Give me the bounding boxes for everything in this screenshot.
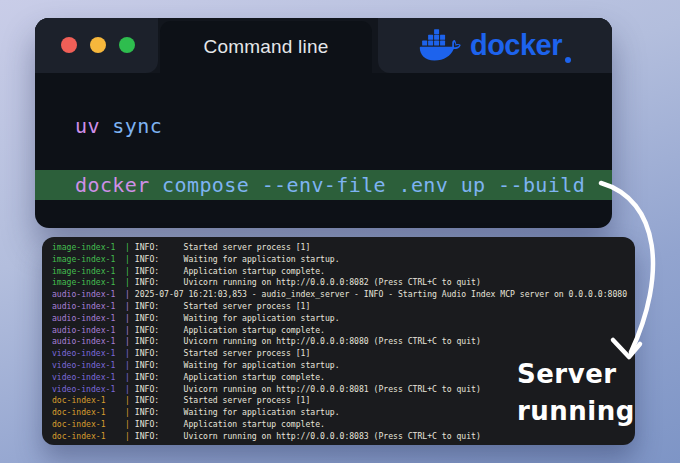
command-line: uv sync bbox=[35, 115, 612, 137]
tab-title: Command line bbox=[204, 36, 329, 58]
log-service-name: video-index-1 | bbox=[52, 384, 135, 394]
log-service-name: doc-index-1 | bbox=[52, 431, 135, 441]
log-line: audio-index-1 | INFO: Started server pro… bbox=[52, 301, 635, 313]
annotation-line: Server bbox=[517, 356, 637, 393]
log-message: INFO: Waiting for application startup. bbox=[135, 407, 340, 417]
log-message: INFO: Uvicorn running on http://0.0.0.0:… bbox=[135, 277, 481, 287]
minimize-button[interactable] bbox=[90, 37, 106, 53]
log-service-name: audio-index-1 | bbox=[52, 336, 135, 346]
log-message: INFO: Waiting for application startup. bbox=[135, 360, 340, 370]
log-line: audio-index-1 | 2025-07-07 16:21:03,853 … bbox=[52, 289, 635, 301]
log-service-name: audio-index-1 | bbox=[52, 325, 135, 335]
log-line: image-index-1 | INFO: Uvicorn running on… bbox=[52, 277, 635, 289]
terminal-body[interactable]: uv syncdocker compose --env-file .env up… bbox=[35, 73, 612, 228]
log-service-name: doc-index-1 | bbox=[52, 395, 135, 405]
docker-wordmark: docker bbox=[470, 29, 562, 62]
log-service-name: audio-index-1 | bbox=[52, 313, 135, 323]
log-message: INFO: Uvicorn running on http://0.0.0.0:… bbox=[135, 431, 481, 441]
log-service-name: doc-index-1 | bbox=[52, 407, 135, 417]
log-message: 2025-07-07 16:21:03,853 - audio_index_se… bbox=[135, 289, 627, 299]
log-message: INFO: Uvicorn running on http://0.0.0.0:… bbox=[135, 336, 481, 346]
log-service-name: audio-index-1 | bbox=[52, 289, 135, 299]
log-service-name: image-index-1 | bbox=[52, 266, 135, 276]
maximize-button[interactable] bbox=[119, 37, 135, 53]
log-service-name: audio-index-1 | bbox=[52, 301, 135, 311]
log-message: INFO: Waiting for application startup. bbox=[135, 313, 340, 323]
terminal-titlebar: Command line docker bbox=[35, 18, 612, 73]
titlebar-left-panel bbox=[35, 18, 158, 73]
log-service-name: image-index-1 | bbox=[52, 242, 135, 252]
docker-whale-icon bbox=[419, 29, 463, 63]
log-message: INFO: Uvicorn running on http://0.0.0.0:… bbox=[135, 384, 481, 394]
log-line: image-index-1 | INFO: Application startu… bbox=[52, 266, 635, 278]
log-message: INFO: Started server process [1] bbox=[135, 348, 310, 358]
docker-dot bbox=[565, 57, 571, 63]
log-service-name: image-index-1 | bbox=[52, 254, 135, 264]
log-service-name: doc-index-1 | bbox=[52, 419, 135, 429]
command-token: docker bbox=[75, 173, 150, 197]
log-message: INFO: Started server process [1] bbox=[135, 242, 310, 252]
log-message: INFO: Application startup complete. bbox=[135, 266, 325, 276]
log-service-name: video-index-1 | bbox=[52, 360, 135, 370]
log-message: INFO: Started server process [1] bbox=[135, 395, 310, 405]
command-token: compose --env-file .env up --build bbox=[150, 173, 585, 197]
log-message: INFO: Started server process [1] bbox=[135, 301, 310, 311]
close-button[interactable] bbox=[61, 37, 77, 53]
log-service-name: image-index-1 | bbox=[52, 277, 135, 287]
log-message: INFO: Application startup complete. bbox=[135, 419, 325, 429]
desktop-background: Command line docker bbox=[0, 0, 680, 463]
log-message: INFO: Waiting for application startup. bbox=[135, 254, 340, 264]
annotation-line: running bbox=[517, 393, 637, 430]
log-line: audio-index-1 | INFO: Application startu… bbox=[52, 325, 635, 337]
traffic-lights bbox=[61, 37, 135, 53]
log-service-name: video-index-1 | bbox=[52, 348, 135, 358]
log-service-name: video-index-1 | bbox=[52, 372, 135, 382]
log-line: image-index-1 | INFO: Waiting for applic… bbox=[52, 254, 635, 266]
log-line: image-index-1 | INFO: Started server pro… bbox=[52, 242, 635, 254]
log-message: INFO: Application startup complete. bbox=[135, 372, 325, 382]
log-line: audio-index-1 | INFO: Waiting for applic… bbox=[52, 313, 635, 325]
tab-command-line[interactable]: Command line bbox=[160, 21, 372, 73]
terminal-window: Command line docker bbox=[35, 18, 612, 228]
command-line-highlighted: docker compose --env-file .env up --buil… bbox=[35, 170, 612, 200]
log-line: audio-index-1 | INFO: Uvicorn running on… bbox=[52, 336, 635, 348]
log-line: doc-index-1 | INFO: Uvicorn running on h… bbox=[52, 431, 635, 443]
log-message: INFO: Application startup complete. bbox=[135, 325, 325, 335]
server-running-label: Server running bbox=[517, 356, 637, 430]
docker-brand: docker bbox=[378, 18, 612, 73]
command-token: sync bbox=[100, 114, 162, 138]
command-token: uv bbox=[75, 114, 100, 138]
